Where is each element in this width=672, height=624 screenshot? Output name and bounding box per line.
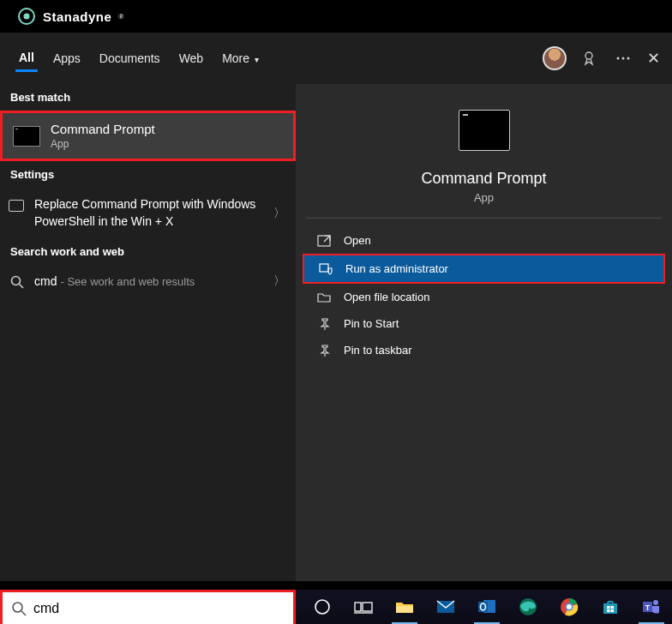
web-term: cmd (34, 274, 57, 288)
tabs: All Apps Documents Web More ▾ (15, 45, 262, 72)
command-prompt-icon (13, 126, 40, 147)
taskbar-inner: T (296, 590, 672, 624)
chevron-right-icon: 〉 (273, 206, 285, 221)
action-label: Pin to taskbar (344, 344, 412, 357)
best-match-item[interactable]: Command Prompt App (0, 111, 296, 161)
tab-more[interactable]: More ▾ (219, 46, 262, 70)
taskbar-task-view[interactable] (344, 590, 383, 624)
web-search-item[interactable]: cmd - See work and web results 〉 (0, 265, 296, 297)
svg-rect-28 (607, 609, 610, 612)
action-run-as-admin[interactable]: Run as administrator (303, 254, 665, 284)
left-pane: Best match Command Prompt App Settings R… (0, 84, 296, 581)
svg-rect-17 (396, 606, 413, 613)
tab-apps[interactable]: Apps (50, 46, 84, 70)
chevron-down-icon: ▾ (255, 55, 259, 64)
svg-rect-27 (611, 606, 615, 609)
settings-header: Settings (0, 161, 296, 188)
taskbar-edge[interactable] (508, 590, 548, 624)
action-list: Open Run as administrator Open file loca… (296, 219, 672, 372)
web-header: Search work and web (0, 238, 296, 265)
taskbar-chrome[interactable] (549, 590, 589, 624)
action-label: Open (344, 234, 371, 247)
settings-item-replace-cmd[interactable]: Replace Command Prompt with Windows Powe… (0, 188, 296, 238)
taskbar-store[interactable] (591, 590, 630, 624)
svg-rect-10 (320, 264, 328, 272)
pin-icon (316, 318, 332, 330)
svg-line-9 (324, 236, 330, 242)
action-label: Run as administrator (345, 262, 448, 275)
best-match-subtitle: App (51, 138, 155, 150)
svg-point-13 (315, 600, 329, 614)
detail-subtitle: App (474, 191, 494, 204)
tab-all[interactable]: All (15, 45, 38, 72)
main-area: Best match Command Prompt App Settings R… (0, 84, 672, 581)
svg-point-3 (617, 57, 620, 60)
action-open[interactable]: Open (303, 227, 665, 254)
svg-point-11 (13, 603, 22, 612)
taskbar-cortana[interactable] (303, 590, 342, 624)
svg-point-4 (622, 57, 625, 60)
taskbar-mail[interactable] (426, 590, 465, 624)
bottom-bar: T (0, 581, 672, 624)
svg-point-25 (567, 604, 572, 609)
tabs-right-controls: ✕ (543, 46, 660, 70)
close-button[interactable]: ✕ (647, 49, 660, 68)
right-pane: Command Prompt App Open Run as administr… (296, 84, 672, 581)
user-avatar[interactable] (543, 46, 567, 70)
taskbar: T (296, 581, 672, 624)
svg-text:T: T (645, 603, 651, 612)
search-tabs-row: All Apps Documents Web More ▾ ✕ (0, 33, 672, 84)
tab-documents[interactable]: Documents (96, 46, 164, 70)
svg-point-5 (627, 57, 630, 60)
tab-more-label: More (222, 51, 249, 65)
svg-point-2 (585, 52, 592, 59)
svg-rect-14 (355, 603, 361, 611)
brand-bar: Stanadyne® (0, 0, 672, 33)
action-open-file-location[interactable]: Open file location (303, 284, 665, 310)
search-input[interactable] (33, 601, 285, 616)
svg-line-7 (20, 285, 24, 289)
action-pin-to-start[interactable]: Pin to Start (303, 310, 665, 337)
pin-icon (316, 345, 332, 357)
brand-logo (17, 7, 36, 26)
settings-item-label: Replace Command Prompt with Windows Powe… (34, 196, 273, 230)
svg-line-12 (21, 611, 26, 615)
taskbar-outlook[interactable] (467, 590, 507, 624)
detail-title: Command Prompt (421, 170, 546, 188)
action-label: Open file location (344, 291, 429, 303)
tab-web[interactable]: Web (176, 46, 207, 70)
best-match-header: Best match (0, 84, 296, 111)
svg-rect-29 (611, 609, 615, 612)
more-options-icon[interactable] (615, 50, 632, 67)
action-pin-to-taskbar[interactable]: Pin to taskbar (303, 337, 665, 363)
svg-rect-15 (363, 603, 372, 611)
rewards-icon[interactable] (582, 50, 599, 67)
svg-point-1 (24, 14, 30, 20)
search-area (0, 581, 296, 624)
open-icon (316, 235, 332, 247)
search-icon (11, 601, 27, 616)
brand-name: Stanadyne (43, 9, 111, 24)
web-sub: - See work and web results (60, 275, 195, 288)
action-label: Pin to Start (344, 317, 399, 330)
search-icon (10, 275, 24, 289)
admin-shield-icon (318, 263, 333, 275)
search-box[interactable] (0, 590, 296, 624)
registered-mark: ® (118, 13, 123, 21)
best-match-title: Command Prompt (51, 122, 155, 136)
detail-header: Command Prompt App (306, 84, 662, 219)
monitor-icon (9, 200, 24, 212)
taskbar-teams[interactable]: T (632, 590, 671, 624)
svg-point-6 (12, 277, 21, 285)
folder-icon (316, 291, 332, 303)
svg-point-32 (653, 600, 658, 605)
command-prompt-icon (459, 110, 510, 151)
svg-rect-26 (607, 606, 610, 609)
chevron-right-icon: 〉 (273, 273, 285, 289)
taskbar-file-explorer[interactable] (385, 590, 424, 624)
